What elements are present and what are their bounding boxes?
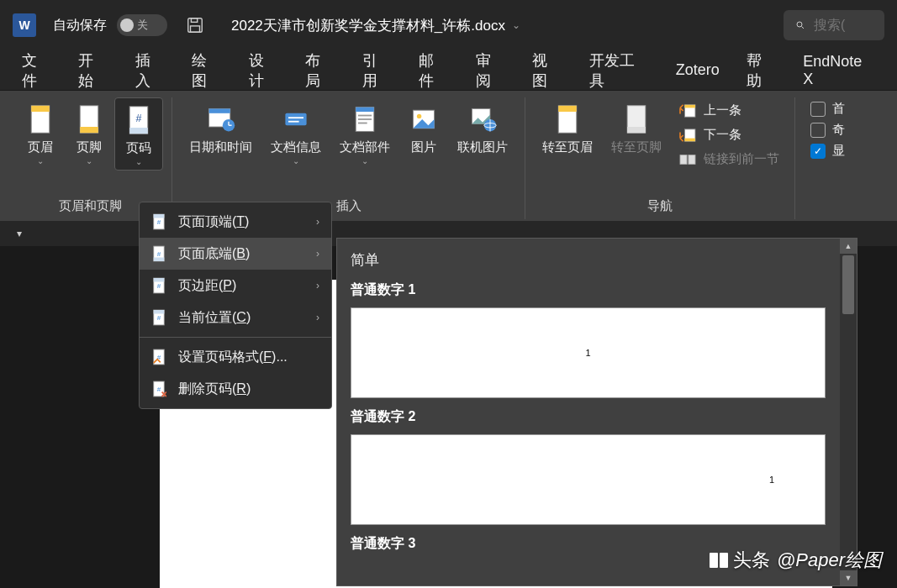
page-icon: # [151, 213, 168, 231]
dropdown-item-label: 设置页码格式(F)... [178, 349, 288, 366]
svg-rect-23 [358, 118, 372, 120]
first-page-different-checkbox[interactable]: 首 [810, 101, 845, 117]
tab-review[interactable]: 审阅 [462, 42, 519, 99]
chevron-down-icon: ⌄ [37, 156, 44, 165]
docparts-button[interactable]: 文档部件 ⌄ [331, 97, 398, 169]
gallery-heading: 简单 [351, 250, 843, 270]
tab-help[interactable]: 帮助 [733, 42, 789, 99]
svg-rect-38 [684, 104, 695, 108]
tab-design[interactable]: 设计 [235, 42, 292, 99]
tab-file[interactable]: 文件 [8, 42, 65, 99]
odd-even-different-checkbox[interactable]: 奇 [810, 122, 845, 138]
link-icon [678, 152, 697, 167]
tab-mailings[interactable]: 邮件 [405, 42, 462, 99]
tab-zotero[interactable]: Zotero [662, 53, 733, 87]
docinfo-button[interactable]: 文档信息 ⌄ [262, 97, 330, 169]
dropdown-item[interactable]: #页面顶端(T)› [140, 206, 331, 238]
gallery-item-label: 普通数字 1 [351, 281, 843, 299]
svg-text:#: # [157, 282, 161, 290]
footer-label: 页脚 [77, 139, 102, 155]
svg-rect-41 [680, 155, 687, 164]
autosave-state: 关 [137, 18, 148, 33]
scroll-up-icon[interactable]: ▲ [840, 239, 857, 254]
picture-button[interactable]: 图片 [400, 97, 447, 158]
online-picture-button[interactable]: 联机图片 [449, 97, 516, 158]
search-input[interactable] [814, 18, 873, 33]
page-number-icon: # [124, 105, 154, 135]
online-picture-label: 联机图片 [457, 139, 508, 155]
checkbox-icon [810, 123, 826, 138]
header-button[interactable]: 页眉 ⌄ [17, 97, 64, 169]
dropdown-item[interactable]: #当前位置(C)› [140, 302, 331, 333]
svg-line-4 [802, 27, 805, 29]
page-icon: # [151, 276, 168, 295]
tab-draw[interactable]: 绘图 [178, 42, 235, 99]
page-number-sample: 1 [585, 348, 590, 358]
svg-rect-17 [285, 113, 306, 125]
svg-rect-8 [80, 127, 98, 133]
dropdown-item[interactable]: #页边距(P)› [140, 270, 331, 302]
svg-rect-18 [288, 117, 303, 118]
goto-header-button[interactable]: 转至页眉 [534, 97, 601, 158]
dropdown-item[interactable]: #删除页码(R) [140, 373, 331, 405]
page-number-button[interactable]: # 页码 ⌄ [114, 97, 163, 171]
page-icon: # [151, 308, 168, 327]
next-button[interactable]: 下一条 [678, 125, 779, 144]
previous-button[interactable]: 上一条 [678, 101, 779, 120]
goto-footer-icon [621, 104, 652, 134]
watermark-text: @Paper绘图 [777, 548, 882, 573]
checkbox-icon [810, 102, 826, 117]
docinfo-label: 文档信息 [271, 139, 321, 155]
gallery-preview-plain-1[interactable]: 1 [351, 307, 826, 398]
picture-icon [409, 104, 439, 134]
datetime-label: 日期和时间 [189, 139, 252, 155]
goto-header-label: 转至页眉 [542, 139, 593, 155]
chevron-down-icon: ⌄ [86, 156, 92, 165]
docinfo-icon [281, 104, 311, 134]
tab-layout[interactable]: 布局 [292, 42, 348, 99]
dropdown-item-label: 删除页码(R) [178, 381, 251, 398]
dropdown-item[interactable]: #设置页码格式(F)... [140, 341, 331, 373]
search-box[interactable] [784, 10, 884, 40]
svg-rect-24 [358, 123, 367, 124]
docparts-icon [350, 104, 380, 134]
document-title[interactable]: 2022天津市创新奖学金支撑材料_许栋.docx ⌄ [231, 16, 520, 35]
tab-references[interactable]: 引用 [349, 42, 405, 99]
dropdown-item[interactable]: #页面底端(B)› [140, 238, 331, 270]
save-icon[interactable] [186, 16, 204, 34]
page-icon: # [151, 244, 168, 263]
chevron-down-icon: ⌄ [512, 19, 520, 31]
online-picture-icon [467, 104, 498, 134]
goto-footer-button: 转至页脚 [603, 97, 670, 158]
tab-developer[interactable]: 开发工具 [576, 42, 662, 99]
gallery-scrollbar[interactable]: ▲ ▼ [840, 239, 857, 585]
svg-rect-19 [288, 121, 299, 123]
dropdown-item-label: 页边距(P) [178, 277, 236, 295]
svg-rect-22 [358, 115, 372, 117]
search-icon [795, 18, 805, 33]
svg-rect-1 [191, 18, 197, 23]
show-document-checkbox[interactable]: ✓ 显 [810, 143, 845, 159]
word-app-icon: W [13, 13, 36, 37]
next-label: 下一条 [704, 127, 741, 143]
header-label: 页眉 [28, 139, 53, 155]
svg-rect-62 [720, 553, 728, 568]
svg-rect-10 [129, 128, 148, 134]
tab-view[interactable]: 视图 [519, 42, 575, 99]
svg-rect-61 [710, 553, 718, 568]
tab-insert[interactable]: 插入 [122, 42, 178, 99]
page-icon: # [151, 348, 168, 366]
scroll-thumb[interactable] [842, 255, 854, 314]
tab-endnote[interactable]: EndNote X [789, 45, 889, 97]
page-number-dropdown: #页面顶端(T)›#页面底端(B)›#页边距(P)›#当前位置(C)›#设置页码… [139, 202, 332, 409]
autosave-toggle[interactable]: 关 [117, 14, 167, 36]
gallery-preview-plain-2[interactable]: 1 [351, 434, 826, 525]
watermark-brand-text: 头条 [733, 548, 770, 573]
collapse-icon[interactable]: ▾ [17, 228, 22, 239]
page-number-label: 页码 [126, 140, 151, 155]
tab-home[interactable]: 开始 [65, 42, 121, 99]
chevron-right-icon: › [316, 248, 319, 260]
footer-button[interactable]: 页脚 ⌄ [66, 97, 113, 169]
datetime-button[interactable]: 日期和时间 [181, 97, 261, 158]
docparts-label: 文档部件 [340, 139, 390, 155]
